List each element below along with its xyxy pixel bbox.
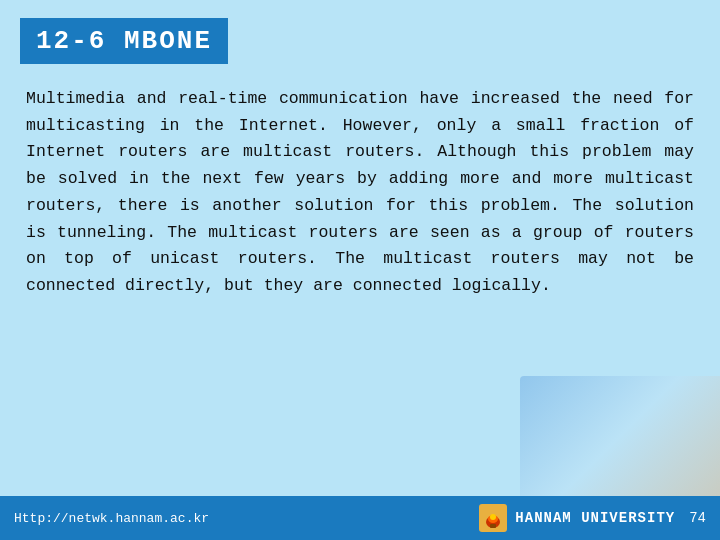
footer-url: Http://netwk.hannam.ac.kr (14, 511, 209, 526)
footer-university-name: HANNAM UNIVERSITY (515, 510, 675, 526)
svg-rect-4 (490, 524, 496, 528)
university-logo-icon (479, 504, 507, 532)
background-decoration (520, 376, 720, 496)
slide-title: 12-6 MBONE (20, 18, 228, 64)
footer-page-number: 74 (689, 510, 706, 526)
svg-point-3 (490, 514, 496, 520)
footer-right-section: HANNAM UNIVERSITY 74 (479, 504, 706, 532)
slide-body: Multimedia and real-time communication h… (20, 86, 700, 300)
slide-container: 12-6 MBONE Multimedia and real-time comm… (0, 0, 720, 540)
slide-footer: Http://netwk.hannam.ac.kr HANNAM UNIVERS… (0, 496, 720, 540)
